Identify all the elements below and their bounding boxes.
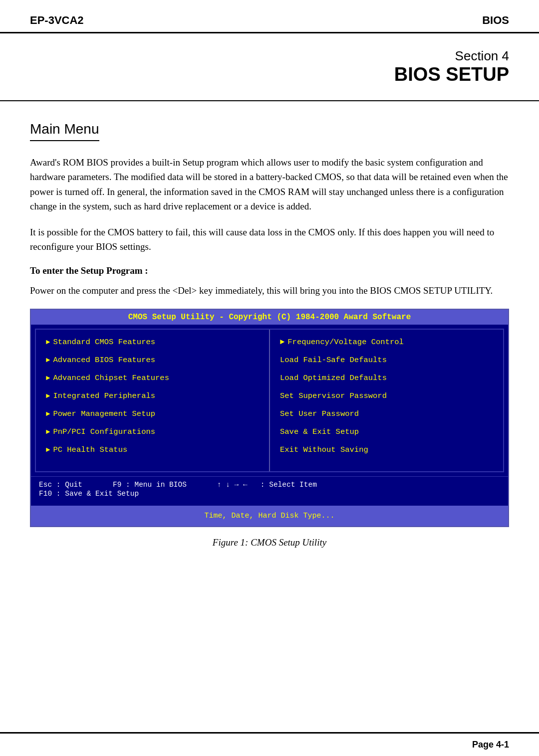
bios-footer-line-2: F10 : Save & Exit Setup [39, 490, 500, 498]
bios-title-bar: CMOS Setup Utility - Copyright (C) 1984-… [31, 310, 508, 325]
bios-item-advanced-bios[interactable]: ► Advanced BIOS Features [46, 356, 259, 365]
setup-program-label: To enter the Setup Program : [30, 265, 509, 276]
arrow-icon-3: ► [46, 374, 50, 382]
arrow-icon-4: ► [46, 392, 50, 400]
bios-left-column: ► Standard CMOS Features ► Advanced BIOS… [36, 330, 270, 471]
bios-right-label-5: Set User Password [280, 409, 359, 418]
bios-item-pc-health[interactable]: ► PC Health Status [46, 445, 259, 454]
section-number: Section 4 [30, 48, 509, 64]
product-name: EP-3VCA2 [30, 14, 84, 27]
bios-item-exit-nosave[interactable]: Exit Without Saving [280, 445, 493, 454]
bios-right-label-4: Set Supervisor Password [280, 391, 387, 400]
bios-item-standard[interactable]: ► Standard CMOS Features [46, 338, 259, 347]
section-title-area: Section 4 BIOS SETUP [0, 33, 539, 101]
bios-item-supervisor-password[interactable]: Set Supervisor Password [280, 391, 493, 400]
bios-item-label-2: Advanced BIOS Features [53, 356, 155, 365]
bios-right-column: ► Frequency/Voltage Control Load Fail-Sa… [270, 330, 503, 471]
bios-item-label-1: Standard CMOS Features [53, 338, 155, 347]
bios-item-power[interactable]: ► Power Management Setup [46, 409, 259, 418]
bios-item-save-exit[interactable]: Save & Exit Setup [280, 427, 493, 436]
page-number: Page 4-1 [472, 740, 509, 750]
bios-item-label-3: Advanced Chipset Features [53, 374, 169, 382]
bios-item-label-5: Power Management Setup [53, 409, 155, 418]
bios-item-frequency[interactable]: ► Frequency/Voltage Control [280, 338, 493, 347]
section-title: BIOS SETUP [30, 64, 509, 85]
bios-item-pnp[interactable]: ► PnP/PCI Configurations [46, 427, 259, 436]
arrow-icon-5: ► [46, 410, 50, 418]
bios-footer-line-1: Esc : Quit F9 : Menu in BIOS ↑ ↓ → ← : S… [39, 481, 500, 489]
page-header: EP-3VCA2 BIOS [0, 0, 539, 33]
bios-item-load-failsafe[interactable]: Load Fail-Safe Defaults [280, 356, 493, 365]
bios-item-label-6: PnP/PCI Configurations [53, 427, 155, 436]
bios-menu-area: ► Standard CMOS Features ► Advanced BIOS… [35, 329, 504, 472]
paragraph-2: It is possible for the CMOS battery to f… [30, 225, 509, 254]
arrow-icon-6: ► [46, 428, 50, 436]
paragraph-1: Award's ROM BIOS provides a built-in Set… [30, 155, 509, 214]
bios-item-load-optimized[interactable]: Load Optimized Defaults [280, 374, 493, 382]
bios-screenshot: CMOS Setup Utility - Copyright (C) 1984-… [30, 309, 509, 527]
bios-right-label-1: Frequency/Voltage Control [287, 338, 404, 347]
setup-instruction: Power on the computer and press the <Del… [30, 283, 509, 298]
arrow-icon-1: ► [46, 338, 50, 346]
main-menu-heading: Main Menu [30, 121, 99, 141]
bios-item-advanced-chipset[interactable]: ► Advanced Chipset Features [46, 374, 259, 382]
main-content: Main Menu Award's ROM BIOS provides a bu… [0, 101, 539, 583]
bios-right-label-7: Exit Without Saving [280, 445, 368, 454]
section-label-header: BIOS [482, 14, 509, 27]
bios-item-label-7: PC Health Status [53, 445, 127, 454]
bios-status-bar: Time, Date, Hard Disk Type... [31, 506, 508, 526]
arrow-icon-r1: ► [280, 338, 284, 347]
figure-caption: Figure 1: CMOS Setup Utility [30, 537, 509, 548]
arrow-icon-7: ► [46, 446, 50, 454]
bios-item-label-4: Integrated Peripherals [53, 391, 155, 400]
bios-right-label-2: Load Fail-Safe Defaults [280, 356, 387, 365]
bios-item-user-password[interactable]: Set User Password [280, 409, 493, 418]
bios-right-label-3: Load Optimized Defaults [280, 374, 387, 382]
bios-item-integrated[interactable]: ► Integrated Peripherals [46, 391, 259, 400]
bios-right-label-6: Save & Exit Setup [280, 427, 359, 436]
page-footer: Page 4-1 [0, 732, 539, 756]
arrow-icon-2: ► [46, 356, 50, 364]
bios-footer: Esc : Quit F9 : Menu in BIOS ↑ ↓ → ← : S… [31, 476, 508, 504]
